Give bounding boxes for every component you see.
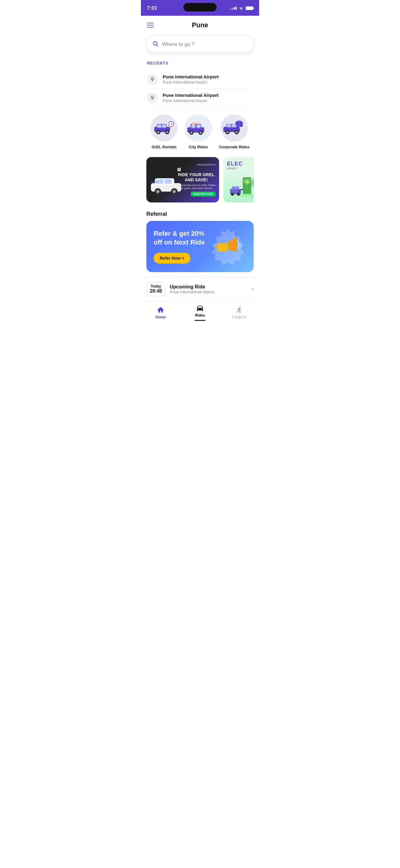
city-rides-icon-wrap: [184, 115, 212, 142]
nav-home[interactable]: Home: [141, 306, 180, 319]
banner-subtext: Special discount on GrEL RidesGo green a…: [177, 184, 216, 190]
svg-rect-17: [197, 125, 201, 128]
recent-item-subtitle: Pune International Airport: [163, 98, 219, 103]
categories-section: GrEL Rentals: [141, 107, 259, 154]
svg-rect-28: [227, 124, 231, 127]
ride-with-us-btn[interactable]: RIDE WITH US!: [191, 192, 216, 196]
promo-banner[interactable]: GrEL #NamastePune RIDE YOUR GRELAND SAVE…: [146, 157, 219, 203]
referral-section: Referral Refer & get 20% off on Next Rid…: [141, 207, 259, 272]
svg-point-9: [166, 131, 168, 133]
status-bar: 7:01: [141, 0, 259, 16]
rides-icon: [196, 304, 204, 312]
upcoming-ride-title: Upcoming Ride: [170, 284, 214, 290]
search-placeholder: Where to go ?: [162, 41, 195, 48]
recent-item-subtitle: Pune International Airport: [163, 80, 219, 85]
search-icon: [152, 40, 159, 48]
elec-banner[interactable]: ELEC OFFER: [223, 157, 254, 203]
refer-now-button[interactable]: Refer Now >: [154, 253, 190, 264]
svg-rect-48: [232, 186, 239, 190]
svg-point-33: [236, 131, 237, 133]
rentals-label: GrEL Rentals: [151, 145, 176, 149]
referral-section-title: Referral: [146, 211, 254, 217]
referral-card: Refer & get 20% off on Next Ride Refer N…: [146, 221, 254, 272]
status-icons: [230, 6, 253, 11]
ride-chevron-right-icon: ›: [252, 285, 254, 293]
recents-section: RECENTS Pune International Airport Pune …: [141, 58, 259, 107]
city-rides-label: City Rides: [189, 145, 208, 149]
svg-rect-29: [232, 124, 236, 127]
ride-date-box: Today 20:45: [146, 282, 166, 296]
banners-scroll: GrEL #NamastePune RIDE YOUR GRELAND SAVE…: [146, 157, 254, 203]
category-rentals[interactable]: GrEL Rentals: [150, 115, 178, 149]
svg-point-7: [158, 131, 160, 133]
recent-item-title: Pune International Airport: [163, 93, 219, 98]
banner-main-text: #NamastePune RIDE YOUR GRELAND SAVE! Spe…: [177, 163, 216, 196]
ride-date-today: Today: [150, 284, 162, 288]
category-city-rides[interactable]: City Rides: [184, 115, 212, 149]
referral-card-text: Refer & get 20% off on Next Ride: [154, 229, 208, 247]
ride-date-time: 20:45: [150, 288, 162, 294]
search-container: Where to go ?: [141, 34, 259, 58]
category-corporate-rides[interactable]: Corporate Rides: [219, 115, 249, 149]
bottom-nav: Home Rides Footprint: [141, 300, 259, 328]
corporate-rides-icon-wrap: [221, 115, 248, 142]
elec-sub: OFFER: [227, 167, 254, 170]
svg-rect-37: [165, 179, 172, 184]
footprint-nav-label: Footprint: [232, 315, 246, 319]
upcoming-ride-destination: Pune International Airport: [170, 290, 214, 294]
svg-point-42: [173, 190, 176, 193]
rentals-icon-wrap: [150, 115, 178, 142]
home-icon: [157, 306, 165, 314]
svg-point-40: [156, 190, 160, 193]
location-pin-icon: [147, 92, 158, 103]
home-nav-label: Home: [155, 315, 166, 319]
header: Pune: [141, 16, 259, 34]
list-item[interactable]: Pune International Airport Pune Internat…: [147, 70, 253, 89]
camera-pill: [183, 3, 217, 11]
svg-point-22: [200, 132, 201, 133]
svg-point-18: [192, 123, 195, 126]
search-box[interactable]: Where to go ?: [146, 36, 254, 52]
svg-rect-4: [158, 125, 162, 128]
nav-footprint[interactable]: Footprint: [220, 306, 259, 319]
svg-text:GrEL: GrEL: [151, 180, 157, 183]
nav-rides[interactable]: Rides: [180, 304, 220, 321]
svg-rect-56: [215, 246, 219, 248]
svg-point-43: [239, 194, 254, 197]
battery-icon: [246, 6, 253, 10]
svg-rect-36: [156, 179, 163, 184]
banner-headline: RIDE YOUR GRELAND SAVE!: [177, 172, 216, 183]
upcoming-ride-bar[interactable]: Today 20:45 Upcoming Ride Pune Internati…: [141, 278, 259, 300]
elec-title: ELEC: [227, 161, 254, 167]
list-item[interactable]: Pune International Airport Pune Internat…: [147, 89, 253, 107]
city-title: Pune: [192, 21, 208, 29]
banners-section: GrEL #NamastePune RIDE YOUR GRELAND SAVE…: [141, 154, 259, 207]
rides-nav-label: Rides: [195, 313, 205, 317]
corporate-rides-label: Corporate Rides: [219, 145, 249, 149]
status-time: 7:01: [147, 5, 157, 11]
footprint-icon: [235, 306, 243, 314]
recents-title: RECENTS: [147, 61, 253, 65]
banner-hashtag: #NamastePune: [177, 163, 216, 166]
svg-line-1: [157, 45, 158, 46]
recent-item-title: Pune International Airport: [163, 74, 219, 79]
signal-icon: [230, 7, 237, 10]
svg-point-31: [226, 131, 228, 133]
referral-megaphone-icon: [208, 226, 248, 267]
svg-rect-54: [217, 243, 228, 251]
svg-point-49: [231, 193, 234, 196]
location-pin-icon: [147, 74, 158, 85]
svg-point-20: [191, 132, 193, 133]
svg-rect-5: [163, 125, 166, 128]
rides-active-indicator: [195, 320, 205, 321]
svg-point-50: [237, 193, 240, 196]
menu-button[interactable]: [147, 23, 154, 28]
wifi-icon: [238, 6, 244, 11]
